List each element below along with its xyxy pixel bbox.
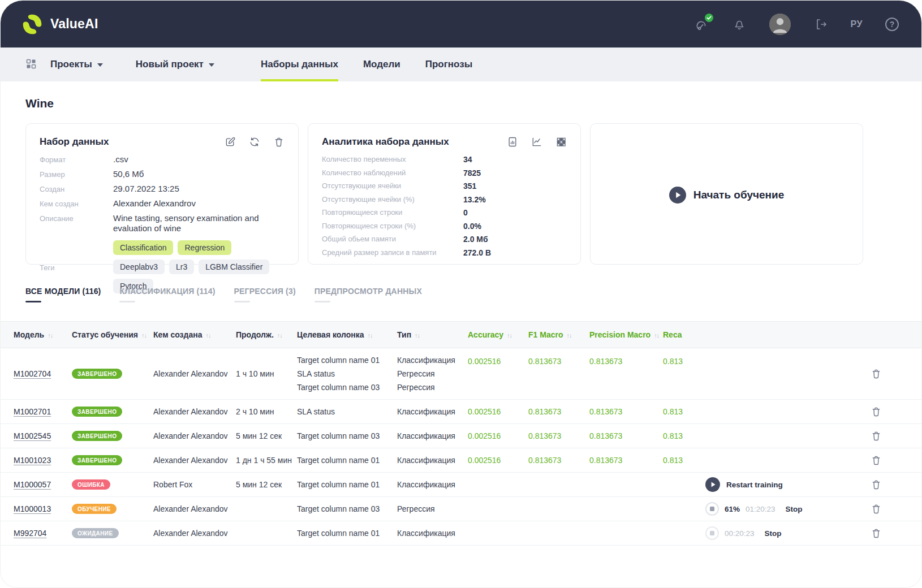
model-filter-tab[interactable]: РЕГРЕССИЯ (3) [234, 287, 296, 302]
column-header-label: Продолж. [236, 330, 274, 339]
model-link[interactable]: M1000057 [14, 480, 51, 489]
column-header-label: F1 Macro [528, 330, 563, 339]
column-header[interactable]: Статус обучения↑↓ [72, 330, 153, 339]
analytics-value: 0 [463, 208, 468, 217]
analytics-label: Средний размер записи в памяти [322, 248, 463, 257]
tag-chip[interactable]: Lr3 [169, 260, 194, 274]
column-header[interactable]: Целевая колонка↑↓ [297, 330, 397, 339]
edit-icon[interactable] [225, 136, 236, 148]
sort-icon: ↑↓ [141, 332, 147, 339]
model-cell: M1002704 [14, 369, 72, 378]
trash-icon[interactable] [871, 455, 882, 466]
tag-chip[interactable]: LGBM Classifier [199, 260, 269, 274]
metric-value: 0.002516 [468, 407, 501, 416]
trash-icon[interactable] [871, 479, 882, 490]
tag-chip[interactable]: Regression [178, 240, 231, 255]
model-link[interactable]: M1000013 [14, 504, 51, 513]
new-project-selector[interactable]: Новый проект [136, 59, 214, 70]
column-header[interactable]: Тип↑↓ [397, 330, 468, 339]
table-row: M1002701ЗАВЕРШЕНОAlexander Alexandov2 ч … [1, 400, 921, 424]
duration-cell: 1 дн 1 ч 55 мин [236, 456, 297, 465]
field-label: Теги [40, 262, 113, 272]
main-tab-label: Прогнозы [425, 59, 472, 70]
projects-selector[interactable]: Проекты [50, 59, 103, 70]
apps-grid-icon[interactable] [25, 58, 38, 71]
target-column-line: Target column name 01 [297, 453, 397, 467]
model-link[interactable]: M1001023 [14, 456, 51, 465]
progress-ring-icon [705, 526, 719, 540]
notifications-bell-icon[interactable] [732, 17, 747, 32]
model-link[interactable]: M992704 [14, 529, 46, 538]
duration-cell: 2 ч 10 мин [236, 407, 297, 416]
trash-icon[interactable] [871, 528, 882, 539]
tab-models[interactable]: Модели [363, 47, 400, 81]
dataset-fields: Формат.csvРазмер50,6 МбСоздан29.07.2022 … [40, 154, 285, 293]
field-value: 50,6 Мб [113, 169, 144, 179]
column-header[interactable]: Reca [663, 330, 705, 339]
language-switcher[interactable]: РУ [851, 19, 863, 29]
analytics-row: Повторяющиеся строки (%)0.0% [322, 222, 567, 231]
model-filter-tab[interactable]: ПРЕДПРОСМОТР ДАННЫХ [314, 287, 422, 302]
column-header[interactable]: Accuracy↑↓ [468, 330, 528, 339]
analytics-value: 2.0 Мб [463, 235, 488, 244]
metric-value: 0.813673 [528, 407, 561, 416]
model-link[interactable]: M1002545 [14, 431, 51, 440]
status-cell: ОШИБКА [72, 479, 153, 490]
model-filter-tab[interactable]: КЛАССИФИКАЦИЯ (114) [119, 287, 215, 302]
type-line: Регрессия [397, 367, 468, 381]
tag-chip[interactable]: Classification [113, 240, 173, 255]
sort-icon: ↑↓ [507, 332, 512, 339]
user-avatar[interactable] [769, 14, 791, 35]
field-label: Создан [40, 184, 113, 193]
table-row: M992704ОЖИДАНИЕAlexander AlexandovTarget… [1, 521, 921, 546]
monitoring-icon[interactable] [695, 17, 709, 32]
analytics-label: Отсутствующие ячейки (%) [322, 195, 463, 204]
logout-icon[interactable] [813, 17, 828, 32]
trash-icon[interactable] [871, 406, 882, 417]
line-chart-icon[interactable] [531, 136, 542, 148]
delete-icon[interactable] [273, 136, 285, 148]
restart-training-button[interactable]: Restart training [705, 477, 783, 492]
tag-chip[interactable]: Deeplabv3 [113, 260, 165, 274]
table-row: M1002545ЗАВЕРШЕНОAlexander Alexandov5 ми… [1, 424, 921, 448]
page-title: Wine [25, 97, 897, 110]
stop-button[interactable]: Stop [765, 529, 782, 538]
column-header[interactable]: Модель↑↓ [14, 330, 72, 339]
column-header[interactable]: F1 Macro↑↓ [528, 330, 589, 339]
column-header[interactable]: Precision Macro↑↓ [589, 330, 663, 339]
valueai-logo-icon [21, 13, 44, 36]
tab-datasets[interactable]: Наборы данных [261, 47, 338, 81]
model-link[interactable]: M1002704 [14, 369, 51, 378]
tab-predictions[interactable]: Прогнозы [425, 47, 472, 81]
stop-button[interactable]: Stop [786, 505, 803, 513]
tab-underline-bar [234, 301, 250, 302]
status-cell: ЗАВЕРШЕНО [72, 407, 153, 417]
analytics-label: Количество наблюдений [322, 168, 463, 178]
trash-icon[interactable] [871, 503, 882, 514]
dataset-field-row: Формат.csv [40, 154, 285, 165]
help-icon[interactable]: ? [885, 18, 899, 31]
field-value: 29.07.2022 13:25 [113, 184, 179, 194]
recall-cell: 0.813 [663, 353, 705, 368]
data-grid-icon[interactable] [555, 136, 567, 148]
trash-icon[interactable] [871, 430, 882, 442]
model-link[interactable]: M1002701 [14, 407, 51, 416]
trash-icon[interactable] [871, 368, 882, 379]
analytics-row: Количество наблюдений7825 [322, 168, 567, 178]
accuracy-cell: 0.002516 [468, 456, 528, 465]
status-badge: ЗАВЕРШЕНО [72, 455, 122, 465]
column-header[interactable]: Кем создана↑↓ [153, 330, 236, 339]
start-training-button[interactable]: Начать обучение [666, 186, 788, 204]
refresh-icon[interactable] [249, 136, 260, 148]
metric-value: 0.813 [663, 456, 683, 465]
brand-logo[interactable]: ValueAI [21, 13, 98, 36]
column-header[interactable]: Продолж.↑↓ [236, 330, 297, 339]
model-filter-tab[interactable]: ВСЕ МОДЕЛИ (116) [25, 287, 101, 302]
progress-percent: 61% [725, 505, 740, 513]
target-column-line: Target column name 03 [297, 502, 397, 516]
report-file-icon[interactable] [507, 136, 518, 148]
target-column-cell: SLA status [297, 405, 397, 418]
dataset-field-row: Кем созданAlexander Alexandrov [40, 198, 285, 209]
training-card: Начать обучение [590, 123, 863, 265]
model-cell: M1002545 [14, 431, 72, 440]
